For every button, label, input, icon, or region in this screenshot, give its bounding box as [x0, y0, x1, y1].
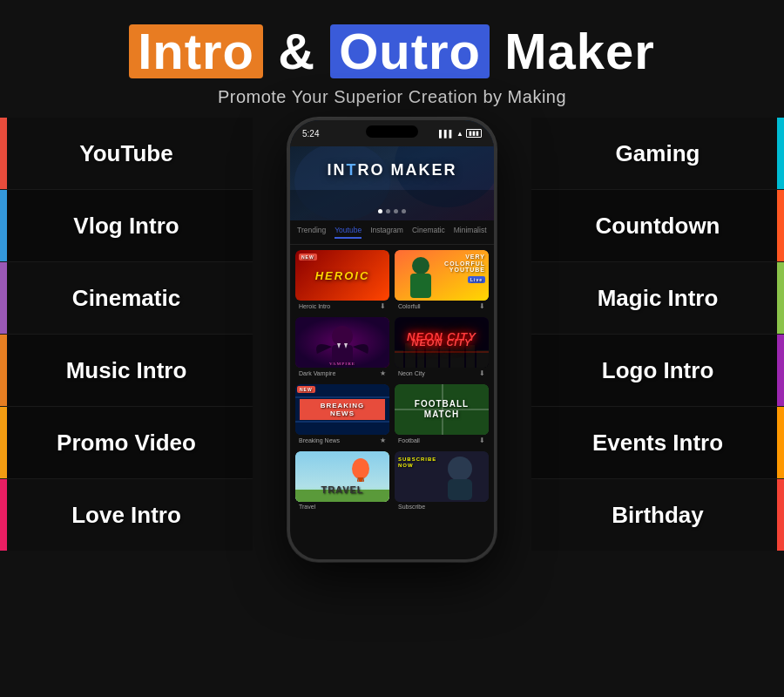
phone-tabs: Trending Youtube Instagram Cinematic Min… [290, 220, 494, 245]
svg-point-34 [448, 457, 472, 481]
intro-in: IN [328, 161, 347, 179]
breaking-news-text: BREAKINGNEWS [300, 399, 384, 420]
dot-1 [378, 209, 382, 213]
badge-live: Live [468, 276, 485, 283]
svg-rect-19 [476, 350, 489, 368]
category-label: Magic Intro [598, 285, 719, 312]
category-label: Promo Video [57, 430, 196, 457]
intro-highlight-letter: T [347, 161, 358, 179]
phone-screen: 5:24 ▌▌▌ ▲ ▮▮▮ [290, 120, 494, 559]
phone-banner-text: INTRO MAKER [328, 161, 457, 179]
thumb-img-vampire: VAMPIRE [295, 317, 389, 368]
thumbnail-neon[interactable]: NEON CITY Neon City ⬇ [395, 317, 489, 379]
phone-thumbnail-grid: NEW Heroic Intro ⬇ [290, 245, 494, 517]
badge-new-breaking: NEW [297, 386, 315, 393]
star-icon[interactable]: ★ [380, 369, 386, 377]
thumb-img-colorful: VERYCOLORFULYOUTUBE Live [395, 250, 489, 301]
svg-rect-13 [405, 343, 416, 368]
right-category-list: Gaming Countdown Magic Intro Logo Intro … [531, 118, 784, 551]
thumbnail-breaking[interactable]: BREAKINGNEWS NEW Breaking News ★ [295, 384, 389, 446]
category-item-countdown[interactable]: Countdown [531, 190, 784, 261]
category-item-magic[interactable]: Magic Intro [531, 262, 784, 334]
svg-rect-18 [466, 345, 475, 368]
dot-3 [394, 209, 398, 213]
thumb-label-neon: Neon City ⬇ [395, 368, 489, 379]
header-subtitle: Promote Your Superior Creation by Making [17, 87, 767, 107]
wifi-icon: ▲ [456, 130, 463, 138]
tab-trending[interactable]: Trending [297, 226, 326, 239]
svg-rect-14 [417, 348, 424, 368]
outro-highlight: Outro [330, 24, 490, 78]
thumbnail-heroic[interactable]: NEW Heroic Intro ⬇ [295, 250, 389, 312]
svg-point-28 [352, 458, 369, 479]
svg-rect-12 [395, 350, 403, 368]
phone-notch-pill [366, 125, 418, 138]
category-label: Gaming [616, 140, 700, 167]
star-icon[interactable]: ★ [380, 436, 386, 444]
thumbnail-subscribe[interactable]: SUBSCRIBENOW Subscribe [395, 451, 489, 511]
thumb-label-football: Football ⬇ [395, 435, 489, 446]
main-content: YouTube Vlog Intro Cinematic Music Intro… [0, 118, 784, 675]
intro-ro: RO MAKER [358, 161, 457, 179]
maker-text: Maker [504, 23, 655, 79]
phone-status-bar: 5:24 ▌▌▌ ▲ ▮▮▮ [290, 120, 494, 146]
svg-rect-15 [426, 342, 438, 368]
thumbnail-football[interactable]: FOOTBALLMATCH Football ⬇ [395, 384, 489, 446]
thumb-title: Breaking News [299, 437, 340, 443]
download-icon[interactable]: ⬇ [380, 302, 386, 310]
category-label: Music Intro [66, 357, 187, 384]
badge-new: NEW [299, 254, 317, 261]
category-item-music[interactable]: Music Intro [0, 335, 253, 406]
signal-icon: ▌▌▌ [439, 130, 454, 138]
thumb-img-travel: TRAVEL [295, 451, 389, 502]
svg-point-8 [332, 326, 353, 347]
tab-minimalist[interactable]: Minimalist [454, 226, 487, 239]
svg-rect-35 [448, 479, 472, 500]
category-label: Events Intro [592, 430, 723, 457]
travel-text: TRAVEL [321, 484, 363, 495]
category-item-love[interactable]: Love Intro [0, 479, 253, 551]
category-item-youtube[interactable]: YouTube [0, 118, 253, 189]
category-label: Logo Intro [602, 357, 714, 384]
svg-point-5 [412, 257, 429, 274]
thumb-title: Colorfull [398, 303, 421, 309]
category-item-birthday[interactable]: Birthday [531, 479, 784, 551]
thumb-title: Travel [299, 504, 315, 510]
svg-rect-3 [290, 190, 494, 220]
category-item-gaming[interactable]: Gaming [531, 118, 784, 189]
tab-cinematic[interactable]: Cinematic [412, 226, 445, 239]
category-item-cinematic[interactable]: Cinematic [0, 262, 253, 334]
svg-rect-6 [410, 274, 431, 298]
download-icon[interactable]: ⬇ [479, 302, 485, 310]
intro-highlight: Intro [129, 24, 263, 78]
download-icon[interactable]: ⬇ [479, 369, 485, 377]
thumb-title: Neon City [398, 370, 425, 376]
phone-mockup-container: 5:24 ▌▌▌ ▲ ▮▮▮ [253, 118, 531, 562]
tab-instagram[interactable]: Instagram [370, 226, 403, 239]
thumb-label-subscribe: Subscribe [395, 502, 489, 511]
thumb-img-neon: NEON CITY [395, 317, 489, 368]
thumbnail-colorful[interactable]: VERYCOLORFULYOUTUBE Live Colorfull ⬇ [395, 250, 489, 312]
phone-slider-dots [378, 209, 406, 213]
ampersand: & [278, 23, 330, 79]
thumb-img-breaking: BREAKINGNEWS NEW [295, 384, 389, 435]
thumb-title: Subscribe [398, 504, 425, 510]
category-item-vlog[interactable]: Vlog Intro [0, 190, 253, 261]
thumb-label-heroic: Heroic Intro ⬇ [295, 301, 389, 312]
category-item-events[interactable]: Events Intro [531, 407, 784, 478]
category-label: YouTube [79, 140, 172, 167]
download-icon[interactable]: ⬇ [479, 436, 485, 444]
thumb-title: Heroic Intro [299, 303, 330, 309]
category-item-logo[interactable]: Logo Intro [531, 335, 784, 406]
phone-time: 5:24 [302, 129, 319, 139]
thumb-label-colorful: Colorfull ⬇ [395, 301, 489, 312]
thumbnail-vampire[interactable]: VAMPIRE Dark Vampire ★ [295, 317, 389, 379]
svg-rect-17 [450, 340, 464, 368]
phone-mockup: 5:24 ▌▌▌ ▲ ▮▮▮ [287, 118, 497, 562]
thumb-title: Dark Vampire [299, 370, 335, 376]
colorful-text: VERYCOLORFULYOUTUBE [444, 254, 485, 274]
category-item-promo[interactable]: Promo Video [0, 407, 253, 478]
tab-youtube[interactable]: Youtube [335, 226, 362, 239]
neon-city-text: NEON CITY [407, 330, 476, 343]
thumbnail-travel[interactable]: TRAVEL Travel [295, 451, 389, 511]
